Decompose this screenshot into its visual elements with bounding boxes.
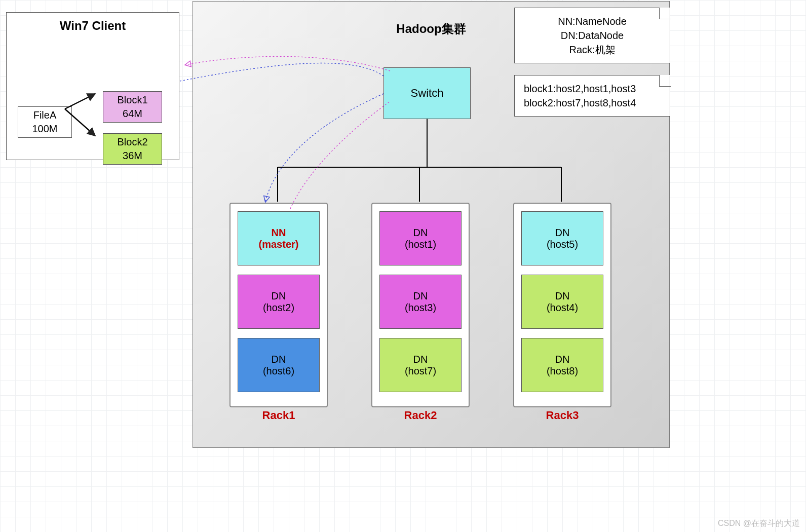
rack1-label: Rack1 (231, 409, 327, 422)
block1-size: 64M (123, 107, 142, 121)
rack3-node1: DN (host5) (521, 211, 603, 265)
legend-line3: Rack:机架 (524, 43, 661, 57)
rack3-node2-l1: DN (555, 290, 570, 302)
rack2-node3-l2: (host7) (405, 365, 436, 377)
block1-box: Block1 64M (103, 91, 162, 123)
rack2-node2: DN (host3) (379, 275, 462, 329)
mapping-line2: block2:host7,host8,host4 (524, 96, 661, 110)
rack3-node2-l2: (host4) (547, 302, 578, 314)
rack1-node1-l2: (master) (259, 239, 299, 250)
switch-label: Switch (411, 86, 444, 101)
rack3: DN (host5) DN (host4) DN (host8) Rack3 (513, 203, 611, 407)
block2-size: 36M (123, 149, 142, 163)
rack3-node3-l2: (host8) (547, 365, 578, 377)
rack2-node1-l2: (host1) (405, 239, 436, 250)
client-title: Win7 Client (7, 18, 179, 34)
rack2-node2-l2: (host3) (405, 302, 436, 314)
rack3-node1-l1: DN (555, 227, 570, 239)
rack3-node2: DN (host4) (521, 275, 603, 329)
rack2-node3-l1: DN (413, 354, 428, 365)
legend-line1: NN:NameNode (524, 14, 661, 28)
rack1-node1-l1: NN (272, 227, 286, 239)
rack1-node3: DN (host6) (238, 338, 320, 392)
rack2-node2-l1: DN (413, 290, 428, 302)
rack2-node1-l1: DN (413, 227, 428, 239)
mapping-line1: block1:host2,host1,host3 (524, 82, 661, 96)
rack1-node3-l1: DN (272, 354, 286, 365)
rack1: NN (master) DN (host2) DN (host6) Rack1 (229, 203, 328, 407)
client-panel: Win7 Client FileA 100M Block1 64M Block2… (6, 12, 179, 160)
legend-note: NN:NameNode DN:DataNode Rack:机架 (514, 8, 670, 63)
rack3-node1-l2: (host5) (547, 239, 578, 250)
rack1-node1: NN (master) (238, 211, 320, 265)
block2-box: Block2 36M (103, 133, 162, 165)
rack3-node3-l1: DN (555, 354, 570, 365)
rack1-node3-l2: (host6) (263, 365, 294, 377)
mapping-note: block1:host2,host1,host3 block2:host7,ho… (514, 75, 670, 117)
rack1-node2-l1: DN (272, 290, 286, 302)
file-size: 100M (32, 122, 57, 136)
rack3-node3: DN (host8) (521, 338, 603, 392)
rack2-label: Rack2 (372, 409, 469, 422)
watermark: CSDN @在奋斗的大道 (718, 518, 800, 529)
rack2-node1: DN (host1) (379, 211, 462, 265)
rack3-label: Rack3 (514, 409, 610, 422)
rack2-node3: DN (host7) (379, 338, 462, 392)
rack2: DN (host1) DN (host3) DN (host7) Rack2 (371, 203, 470, 407)
rack1-node2: DN (host2) (238, 275, 320, 329)
file-name: FileA (33, 108, 57, 122)
rack1-node2-l2: (host2) (263, 302, 294, 314)
file-box: FileA 100M (18, 106, 72, 138)
block1-name: Block1 (117, 93, 147, 107)
legend-line2: DN:DataNode (524, 28, 661, 43)
block2-name: Block2 (117, 135, 147, 149)
switch-node: Switch (383, 67, 471, 119)
